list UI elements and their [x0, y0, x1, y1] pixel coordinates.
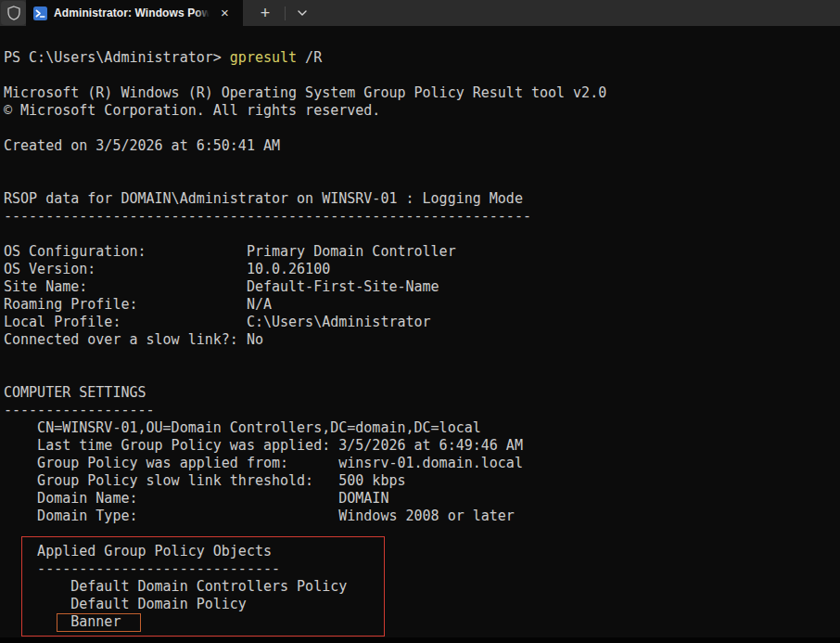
terminal-line: Domain Type: Windows 2008 or later — [4, 508, 840, 525]
tab-close-icon[interactable]: × — [216, 5, 234, 22]
terminal-line — [4, 367, 840, 384]
chevron-down-icon — [298, 10, 307, 16]
new-tab-button[interactable]: + — [246, 0, 285, 26]
terminal-line: COMPUTER SETTINGS — [4, 384, 840, 402]
terminal-line — [4, 225, 840, 243]
terminal-window: Administrator: Windows PowerShell × + PS… — [0, 0, 840, 643]
tab-bar: Administrator: Windows PowerShell × + — [0, 0, 840, 26]
terminal-output[interactable]: PS C:\Users\Administrator> gpresult /R M… — [0, 26, 840, 637]
terminal-line: RSOP data for DOMAIN\Administrator on WI… — [4, 190, 840, 208]
terminal-line: Roaming Profile: N/A — [4, 296, 840, 314]
terminal-line: ------------------ — [4, 402, 840, 419]
terminal-line: Default Domain Policy — [4, 596, 840, 613]
terminal-line — [4, 120, 840, 137]
shield-icon — [7, 6, 20, 20]
admin-elevation-badge — [1, 1, 26, 25]
terminal-line: CN=WINSRV-01,OU=Domain Controllers,DC=do… — [4, 419, 840, 437]
powershell-icon — [33, 6, 47, 20]
terminal-line: Last time Group Policy was applied: 3/5/… — [4, 437, 840, 455]
tab-dropdown-button[interactable] — [286, 0, 319, 26]
terminal-line: OS Version: 10.0.26100 — [4, 261, 840, 278]
terminal-line: Banner — [4, 613, 840, 631]
terminal-line: © Microsoft Corporation. All rights rese… — [4, 102, 840, 120]
terminal-line: ----------------------------------------… — [4, 208, 840, 225]
plus-icon: + — [261, 4, 271, 23]
terminal-line — [4, 173, 840, 190]
terminal-line: Group Policy slow link threshold: 500 kb… — [4, 472, 840, 490]
terminal-line: Default Domain Controllers Policy — [4, 578, 840, 596]
terminal-line: Connected over a slow link?: No — [4, 331, 840, 349]
terminal-line — [4, 67, 840, 84]
terminal-line: Local Profile: C:\Users\Administrator — [4, 314, 840, 331]
terminal-line: PS C:\Users\Administrator> gpresult /R — [4, 49, 840, 67]
terminal-line: Microsoft (R) Windows (R) Operating Syst… — [4, 84, 840, 102]
terminal-line: Created on 3/5/2026 at 6:50:41 AM — [4, 137, 840, 155]
terminal-line — [4, 525, 840, 543]
terminal-line — [4, 155, 840, 173]
terminal-line: Site Name: Default-First-Site-Name — [4, 278, 840, 296]
window-bottom-edge — [0, 637, 840, 643]
terminal-line: Domain Name: DOMAIN — [4, 490, 840, 508]
tab-active-powershell[interactable]: Administrator: Windows PowerShell × — [26, 0, 243, 26]
terminal-line: OS Configuration: Primary Domain Control… — [4, 243, 840, 261]
terminal-line — [4, 349, 840, 367]
terminal-line: Applied Group Policy Objects — [4, 543, 840, 560]
terminal-line: Group Policy was applied from: winsrv-01… — [4, 455, 840, 472]
tab-title: Administrator: Windows PowerShell — [54, 6, 210, 19]
terminal-line: ----------------------------- — [4, 560, 840, 578]
